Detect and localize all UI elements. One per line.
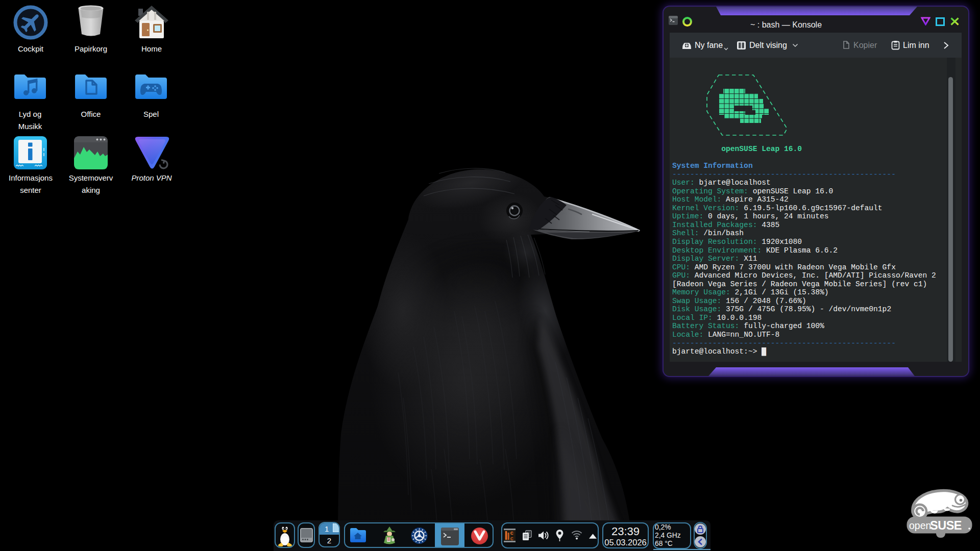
svg-text:c: c (510, 536, 514, 542)
svg-text:open: open (909, 520, 931, 531)
svg-text:SUSE: SUSE (930, 519, 962, 532)
